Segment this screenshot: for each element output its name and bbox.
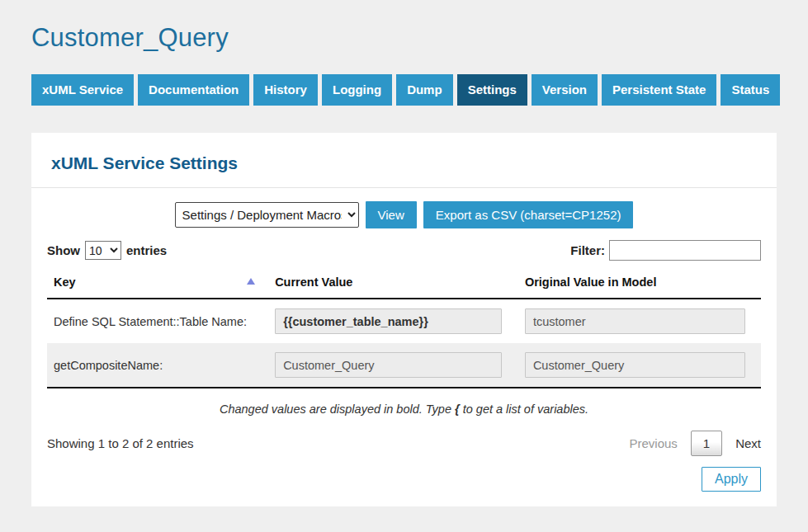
sort-ascending-icon: [247, 278, 255, 285]
filter-label: Filter:: [570, 243, 605, 257]
previous-page-button[interactable]: Previous: [629, 436, 677, 450]
entries-label: entries: [126, 243, 167, 257]
filter-input[interactable]: [609, 240, 761, 261]
show-label: Show: [47, 243, 80, 257]
tab-version[interactable]: Version: [532, 74, 598, 106]
current-value-input[interactable]: [275, 352, 502, 378]
panel-header: xUML Service Settings: [31, 133, 777, 188]
tab-status[interactable]: Status: [721, 74, 780, 106]
length-filter-row: Show 10 entries Filter:: [31, 240, 777, 261]
tab-logging[interactable]: Logging: [322, 74, 392, 106]
panel-heading: xUML Service Settings: [51, 153, 757, 173]
tab-dump[interactable]: Dump: [396, 74, 453, 106]
tab-bar: xUML Service Documentation History Loggi…: [31, 74, 777, 106]
settings-table-wrap: Key Current Value Original Value in Mode…: [31, 267, 777, 388]
settings-category-select[interactable]: Settings / Deployment Macros: [175, 202, 359, 228]
column-header-current-value[interactable]: Current Value: [268, 267, 518, 299]
page-length-select[interactable]: 10: [85, 241, 121, 260]
row-key-label: Define SQL Statement::Table Name:: [47, 299, 268, 343]
page-1-button[interactable]: 1: [691, 431, 722, 456]
settings-table: Key Current Value Original Value in Mode…: [47, 267, 761, 388]
table-row: getCompositeName:: [47, 343, 761, 388]
next-page-button[interactable]: Next: [735, 436, 761, 450]
table-footer-row: Showing 1 to 2 of 2 entries Previous 1 N…: [31, 431, 777, 456]
column-header-key[interactable]: Key: [47, 267, 268, 299]
filter-group: Filter:: [570, 240, 761, 261]
export-csv-button[interactable]: Export as CSV (charset=CP1252): [423, 201, 634, 228]
page-title: Customer_Query: [31, 23, 777, 53]
current-value-input[interactable]: [275, 308, 502, 334]
hint-note: Changed values are displayed in bold. Ty…: [31, 403, 777, 416]
tab-settings[interactable]: Settings: [457, 74, 527, 106]
apply-row: Apply: [31, 467, 777, 492]
tab-history[interactable]: History: [253, 74, 318, 106]
tab-xuml-service[interactable]: xUML Service: [31, 74, 134, 106]
entries-summary: Showing 1 to 2 of 2 entries: [47, 436, 194, 450]
tab-documentation[interactable]: Documentation: [138, 74, 249, 106]
tab-persistent-state[interactable]: Persistent State: [602, 74, 716, 106]
original-value-input: [525, 308, 745, 334]
table-row: Define SQL Statement::Table Name:: [47, 299, 761, 343]
view-button[interactable]: View: [366, 201, 417, 228]
original-value-input: [525, 352, 745, 378]
show-entries-group: Show 10 entries: [47, 241, 167, 260]
pagination: Previous 1 Next: [629, 431, 761, 456]
column-header-original-value[interactable]: Original Value in Model: [518, 267, 761, 299]
settings-panel: xUML Service Settings Settings / Deploym…: [31, 133, 777, 506]
macro-controls-row: Settings / Deployment Macros View Export…: [31, 201, 777, 228]
apply-button[interactable]: Apply: [702, 467, 761, 492]
row-key-label: getCompositeName:: [47, 343, 268, 388]
